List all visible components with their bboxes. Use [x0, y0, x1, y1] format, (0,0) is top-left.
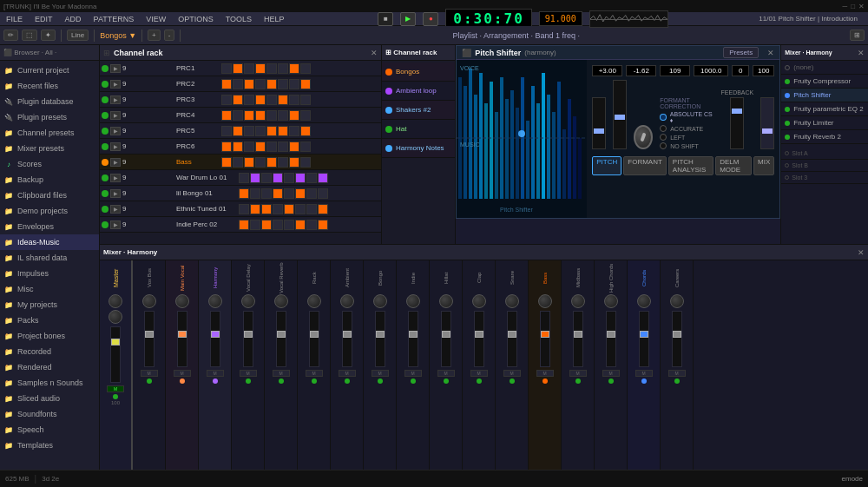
mute-btn-1[interactable]: ▶ [110, 64, 121, 73]
channel-led-5[interactable] [102, 128, 108, 135]
pad[interactable] [250, 204, 260, 214]
fader-track-4[interactable] [760, 97, 774, 149]
sidebar-item-speech[interactable]: 📁 Speech [0, 422, 99, 438]
strip-btn-rack[interactable]: M [306, 370, 323, 377]
pad[interactable] [233, 110, 243, 121]
strip-fader-thumb-hillat[interactable] [442, 331, 450, 338]
pad[interactable] [244, 63, 254, 74]
close-btn[interactable]: ✕ [858, 3, 865, 10]
strip-fader-voxbus[interactable] [144, 311, 155, 367]
strip-fader-hillat[interactable] [441, 311, 451, 367]
pad[interactable] [289, 126, 299, 136]
strip-knob-chords[interactable] [637, 294, 651, 308]
strip-fader-clap[interactable] [474, 311, 484, 367]
pad[interactable] [289, 110, 299, 121]
strip-fader-highchords[interactable] [606, 311, 616, 367]
pattern-item-hat[interactable]: Hat [382, 120, 455, 139]
zoom-out[interactable]: - [164, 30, 175, 41]
channel-rack-close[interactable]: ✕ [371, 49, 378, 57]
fader-thumb-4[interactable] [762, 128, 773, 134]
strip-fader-main-vocal[interactable] [177, 311, 187, 367]
sidebar-item-scores[interactable]: ♪ Scores [0, 156, 99, 172]
pad[interactable] [233, 79, 243, 89]
sidebar-item-sliced[interactable]: 📁 Sliced audio [0, 391, 99, 406]
pad[interactable] [278, 141, 288, 152]
select-tool[interactable]: ⬚ [22, 30, 37, 41]
strip-fader-thumb-master[interactable] [111, 339, 120, 346]
pad[interactable] [266, 141, 277, 152]
pad[interactable] [284, 173, 294, 183]
fader-thumb-1[interactable] [594, 128, 604, 134]
pad[interactable] [295, 173, 306, 183]
erase-tool[interactable]: ✦ [41, 30, 56, 41]
pad[interactable] [221, 157, 232, 168]
pattern-item-bongos[interactable]: Bongos [382, 63, 455, 82]
pad[interactable] [261, 188, 272, 199]
pad[interactable] [266, 157, 277, 168]
strip-knob-careers[interactable] [670, 294, 684, 308]
strip-knob-hillat[interactable] [439, 294, 453, 308]
radio-left[interactable] [660, 134, 667, 141]
strip-fader-thumb-indie[interactable] [409, 331, 418, 338]
channel-led-3[interactable] [102, 96, 108, 103]
sidebar-item-recent-files[interactable]: 📁 Recent files [0, 78, 99, 94]
pad[interactable] [289, 141, 299, 152]
strip-knob-main-vocal[interactable] [175, 294, 189, 308]
strip-fader-rack[interactable] [309, 311, 319, 367]
pad[interactable] [255, 79, 266, 89]
strip-btn-snare[interactable]: M [503, 370, 521, 377]
draw-tool[interactable]: ✏ [3, 30, 18, 41]
pitch-tab[interactable]: PITCH [592, 156, 621, 175]
mute-btn-6[interactable]: ▶ [110, 142, 121, 151]
pad[interactable] [239, 204, 249, 214]
strip-fader-thumb-rack[interactable] [310, 331, 319, 338]
strip-btn-chords[interactable]: M [635, 370, 653, 377]
strip-btn-ambient[interactable]: M [339, 370, 356, 377]
sidebar-item-recorded[interactable]: 📁 Recorded [0, 344, 99, 359]
sidebar-item-rendered[interactable]: 📁 Rendered [0, 359, 99, 375]
sidebar-item-backup[interactable]: 📁 Backup [0, 172, 99, 188]
sidebar-item-il-shared[interactable]: 📁 IL shared data [0, 250, 99, 266]
pad[interactable] [318, 220, 328, 230]
mute-btn-3[interactable]: ▶ [110, 95, 121, 104]
sidebar-item-clipboard[interactable]: 📁 Clipboard files [0, 188, 99, 203]
channel-led-bass[interactable] [102, 159, 108, 166]
pad[interactable] [221, 126, 232, 136]
strip-fader-vocal-delay[interactable] [243, 311, 253, 367]
strip-fader-careers[interactable] [672, 311, 682, 367]
menu-help[interactable]: HELP [261, 15, 287, 23]
pad[interactable] [250, 220, 260, 230]
strip-btn-bongo[interactable]: M [372, 370, 389, 377]
pad[interactable] [255, 95, 266, 105]
strip-fader-thumb-vocal-delay[interactable] [244, 331, 253, 338]
play-btn[interactable]: ▶ [400, 12, 416, 26]
sidebar-item-project-bones[interactable]: 📁 Project bones [0, 328, 99, 344]
strip-fader-thumb-clap[interactable] [475, 331, 483, 338]
strip-fader-bass[interactable] [540, 311, 550, 367]
pad[interactable] [278, 110, 288, 121]
pad[interactable] [289, 79, 299, 89]
pad[interactable] [266, 126, 277, 136]
sidebar-item-soundfonts[interactable]: 📁 Soundfonts [0, 406, 99, 422]
pad[interactable] [244, 95, 254, 105]
record-btn[interactable]: ● [423, 12, 438, 26]
pad[interactable] [221, 141, 232, 152]
pad[interactable] [300, 141, 311, 152]
strip-fader-chords[interactable] [639, 311, 649, 367]
mute-btn-4[interactable]: ▶ [110, 111, 121, 120]
strip-knob-ambient[interactable] [340, 294, 354, 308]
pad[interactable] [244, 110, 254, 121]
effect-fruity-comp[interactable]: Fruity Compressor [781, 75, 868, 89]
pad[interactable] [289, 157, 299, 168]
pad[interactable] [278, 126, 288, 136]
strip-knob-rack[interactable] [307, 294, 321, 308]
pad[interactable] [244, 126, 254, 136]
pad[interactable] [284, 220, 294, 230]
strip-knob-bass[interactable] [538, 294, 552, 308]
pattern-item-ambient[interactable]: Ambient loop [382, 82, 455, 101]
pad[interactable] [255, 126, 266, 136]
strip-fader-indie[interactable] [408, 311, 418, 367]
strip-knob-vocal-reverb[interactable] [274, 294, 288, 308]
strip-btn-bass[interactable]: M [536, 370, 554, 377]
pad[interactable] [300, 79, 311, 89]
